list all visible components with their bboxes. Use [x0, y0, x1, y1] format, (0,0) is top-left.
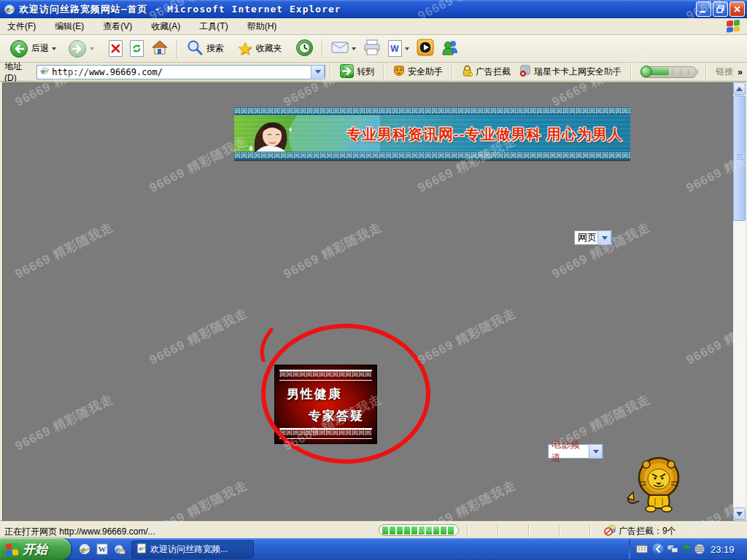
adblock-helper-label: 广告拦截	[476, 66, 511, 78]
search-icon	[186, 39, 204, 58]
page-background: 回回回回回回回回回回回回回回回回回回回回回回回回回回回回回回回回回回回回回回回回…	[2, 82, 734, 521]
menu-help[interactable]: 帮助(H)	[247, 20, 277, 33]
svg-text:e: e	[81, 544, 85, 555]
movie-select-arrow-icon[interactable]	[589, 444, 603, 459]
banner-slogan: 专业男科资讯网--专业做男科 用心为男人	[347, 125, 623, 144]
address-url-text: http://www.96669.com/	[52, 67, 311, 77]
movie-select-value: 电影频道	[551, 438, 589, 464]
home-button[interactable]	[147, 37, 172, 60]
edit-word-button[interactable]: W	[384, 39, 413, 58]
adblock-status-text: 广告拦截：9个	[619, 525, 676, 537]
address-input[interactable]: e http://www.96669.com/	[36, 65, 325, 79]
minimize-button[interactable]	[696, 1, 711, 17]
go-button[interactable]: 转到	[336, 64, 379, 80]
ad-box-border-top: 回回回回回回回回回回回回回回回回回回回回	[279, 370, 372, 381]
security-helper-button[interactable]: 安全助手	[389, 65, 447, 79]
forward-dropdown-icon[interactable]	[90, 47, 94, 50]
status-bar: 正在打开网页 http://www.96669.com/... 广告拦截：9个	[0, 521, 747, 539]
word-icon: W	[388, 40, 402, 57]
tray-clock[interactable]: 23:19	[711, 544, 735, 555]
forward-button[interactable]	[64, 38, 98, 60]
menu-favorites[interactable]: 收藏(A)	[151, 20, 180, 33]
search-label: 搜索	[206, 42, 224, 55]
word-dropdown-icon[interactable]	[405, 47, 409, 50]
windows-logo-icon	[725, 18, 741, 35]
banner-body: 专业男科资讯网--专业做男科 用心为男人	[234, 115, 630, 152]
banner-border-bottom: 回回回回回回回回回回回回回回回回回回回回回回回回回回回回回回回回回回回回回回回回…	[234, 152, 630, 160]
search-button[interactable]: 搜索	[182, 37, 228, 60]
vertical-scrollbar[interactable]	[733, 82, 746, 520]
quicklaunch-word-icon[interactable]: W	[96, 543, 108, 555]
back-dropdown-icon[interactable]	[52, 47, 56, 50]
address-label: 地址(D)	[4, 61, 32, 83]
start-button[interactable]: 开始	[0, 538, 71, 560]
tray-hide-icons-chevron[interactable]	[652, 543, 664, 555]
home-icon	[151, 39, 169, 58]
stop-icon	[109, 40, 123, 57]
close-button[interactable]	[729, 1, 745, 17]
mail-dropdown-icon[interactable]	[352, 47, 356, 50]
progress-block	[382, 526, 388, 534]
mail-icon	[331, 41, 349, 56]
scrollbar-thumb[interactable]	[733, 96, 746, 221]
favorites-button[interactable]: ★ 收藏夹	[233, 39, 286, 58]
adblock-helper-button[interactable]: 广告拦截	[457, 65, 515, 79]
svg-text:e: e	[42, 67, 45, 75]
refresh-icon	[130, 40, 144, 57]
tray-keyboard-icon[interactable]	[636, 543, 648, 555]
history-button[interactable]	[292, 37, 317, 61]
go-icon	[340, 64, 354, 80]
messenger-button[interactable]	[438, 37, 464, 60]
stop-button[interactable]	[105, 39, 126, 58]
ie-page-icon: e	[39, 66, 50, 78]
task-ie-icon: e	[136, 543, 147, 556]
web-select[interactable]: 网页	[574, 230, 612, 245]
tray-divider	[629, 540, 630, 559]
tray-rising-ball-icon[interactable]	[694, 543, 705, 555]
progress-block	[426, 526, 432, 534]
links-label[interactable]: 链接	[711, 66, 738, 78]
tray-umbrella-icon[interactable]: ☂	[681, 542, 692, 554]
mail-button[interactable]	[328, 39, 360, 58]
restore-button[interactable]	[713, 1, 728, 17]
go-label: 转到	[357, 66, 374, 78]
svg-text:e: e	[6, 4, 10, 15]
links-chevron-icon[interactable]: »	[738, 67, 743, 77]
speed-slider[interactable]	[640, 66, 697, 78]
scroll-down-button[interactable]	[733, 508, 746, 520]
back-button[interactable]: 后退	[6, 38, 60, 60]
progress-block	[390, 526, 395, 534]
address-dropdown-button[interactable]	[311, 65, 325, 79]
status-loading-text: 正在打开网页 http://www.96669.com/...	[4, 526, 155, 538]
movie-select[interactable]: 电影频道	[548, 444, 603, 459]
ad-box[interactable]: 回回回回回回回回回回回回回回回回回回回回 男性健康 专家答疑 回回回回回回回回回…	[274, 365, 377, 444]
web-select-arrow-icon[interactable]	[597, 230, 611, 245]
quicklaunch-outlook-icon[interactable]: e	[114, 543, 125, 555]
window-title: 欢迎访问丝路宽频网站—首页 - Microsoft Internet Explo…	[19, 3, 341, 16]
quicklaunch-ie-icon[interactable]: e	[79, 543, 90, 555]
progress-block	[448, 526, 454, 534]
rising-helper-button[interactable]: 瑞星卡卡上网安全助手	[515, 65, 626, 79]
adblock-status-icon	[604, 524, 616, 538]
print-button[interactable]	[360, 38, 384, 59]
tray-network-icon[interactable]	[667, 543, 678, 555]
tiger-icon	[393, 65, 405, 79]
back-icon	[9, 39, 28, 58]
menu-tools[interactable]: 工具(T)	[199, 20, 228, 33]
menu-view[interactable]: 查看(V)	[103, 20, 132, 33]
taskbar: 开始 e W e e 欢迎访问丝路宽频... ☂ 23:19	[0, 538, 747, 560]
refresh-button[interactable]	[126, 39, 147, 58]
menu-edit[interactable]: 编辑(E)	[55, 20, 84, 33]
menu-file[interactable]: 文件(F)	[7, 20, 36, 33]
browser-viewport: 回回回回回回回回回回回回回回回回回回回回回回回回回回回回回回回回回回回回回回回回…	[0, 82, 747, 521]
speed-slider-knob[interactable]	[640, 66, 652, 77]
ad-box-border-bottom: 回回回回回回回回回回回回回回回回回回回回	[279, 428, 372, 439]
taskbar-task-button[interactable]: e 欢迎访问丝路宽频...	[131, 540, 254, 559]
web-select-value: 网页	[578, 231, 597, 244]
scroll-up-button[interactable]	[733, 82, 746, 95]
progress-block	[433, 526, 439, 534]
banner-ad[interactable]: 回回回回回回回回回回回回回回回回回回回回回回回回回回回回回回回回回回回回回回回回…	[234, 107, 630, 160]
title-bar: e 欢迎访问丝路宽频网站—首页 - Microsoft Internet Exp…	[0, 0, 747, 18]
ad-box-line1: 男性健康	[287, 386, 342, 402]
media-player-button[interactable]	[413, 37, 438, 60]
